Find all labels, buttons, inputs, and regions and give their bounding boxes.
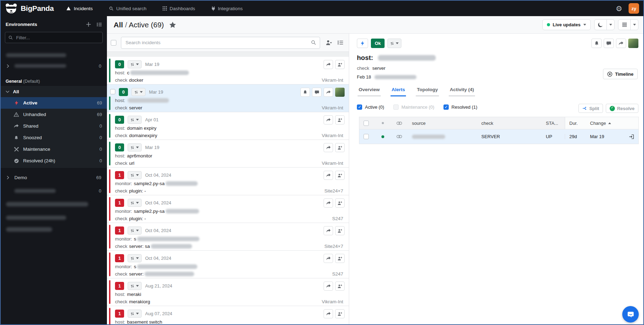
col-check[interactable]: check: [477, 121, 544, 126]
share-button[interactable]: [324, 198, 333, 208]
add-environment-icon[interactable]: [86, 22, 91, 27]
checkbox-checked-icon[interactable]: [357, 104, 362, 110]
star-icon[interactable]: [169, 22, 176, 28]
list-view-icon[interactable]: [338, 40, 344, 45]
alert-row[interactable]: SERVER UP 29d Mar 19: [359, 129, 638, 144]
checkbox-checked-icon[interactable]: [443, 104, 449, 110]
col-source[interactable]: source: [408, 121, 477, 126]
snooze-button[interactable]: [300, 88, 310, 97]
assign-user-button[interactable]: [335, 309, 345, 318]
assignee-filter-icon[interactable]: [326, 40, 332, 46]
share-button[interactable]: [324, 254, 333, 263]
sidebar-item-snoozed[interactable]: Snoozed 0: [1, 132, 107, 143]
incident-card[interactable]: 1 Aug 21, 2024 host:meraki checkmerakior…: [107, 278, 349, 306]
sidebar-item-maintenance[interactable]: Maintenance 0: [1, 143, 107, 155]
incident-card[interactable]: 0 Apr 01 host:domain expiry checkdomaine…: [107, 112, 349, 140]
dark-mode-button[interactable]: [594, 19, 615, 30]
share-button[interactable]: [324, 171, 333, 180]
priority-sort-button[interactable]: [128, 254, 142, 262]
snooze-button[interactable]: [591, 39, 602, 48]
assign-user-button[interactable]: [335, 115, 345, 124]
priority-sort-button[interactable]: [128, 226, 142, 235]
tab-topology[interactable]: Topology: [416, 87, 439, 96]
select-all-checkbox[interactable]: [111, 40, 116, 46]
priority-sort-button[interactable]: [128, 199, 142, 207]
share-button[interactable]: [324, 143, 333, 152]
assignee-avatar[interactable]: [628, 39, 638, 48]
nav-unified-search[interactable]: Unified search: [109, 6, 147, 11]
comment-button[interactable]: [604, 39, 614, 48]
col-duration[interactable]: Dur.: [565, 117, 586, 129]
assign-user-button[interactable]: [335, 254, 345, 263]
col-change[interactable]: Change: [586, 117, 638, 129]
live-updates-button[interactable]: Live updates: [542, 19, 591, 30]
trigger-button[interactable]: [357, 39, 368, 48]
priority-sort-button[interactable]: [128, 60, 142, 68]
incident-card[interactable]: 0 Mar 19 host:apr6monitor checkurl Vikra…: [107, 140, 349, 168]
incident-search-input[interactable]: [125, 40, 308, 46]
assignee-avatar[interactable]: [335, 88, 345, 97]
chat-widget-button[interactable]: [622, 306, 639, 323]
sidebar-item-active[interactable]: Active 69: [1, 97, 107, 109]
incident-checkbox[interactable]: [110, 89, 115, 94]
share-button[interactable]: [324, 282, 333, 291]
environment-list-icon[interactable]: [97, 22, 102, 27]
priority-sort-button[interactable]: [128, 282, 142, 290]
caret-down-icon[interactable]: [606, 20, 614, 30]
assign-user-button[interactable]: [335, 143, 345, 152]
priority-sort-button[interactable]: [128, 310, 142, 318]
filter-resolved[interactable]: Resolved (1): [443, 104, 477, 110]
sidebar-item-resolved[interactable]: Resolved (24h) 0: [1, 155, 107, 167]
incident-card[interactable]: 0 Mar 19 host:c checkdocker Vikram-Int: [107, 57, 349, 84]
incident-card[interactable]: 1 Oct 04, 2024 monitor:sample2.py-sa che…: [107, 168, 349, 195]
split-button[interactable]: Split: [578, 104, 603, 113]
open-alert-icon[interactable]: [629, 134, 634, 139]
bigpanda-logo[interactable]: BigPanda: [1, 3, 54, 14]
search-icon[interactable]: [311, 40, 316, 45]
timeline-button[interactable]: Timeline: [603, 69, 638, 79]
incident-card[interactable]: 1 Oct 04, 2024 monitor:sample2.py-sa che…: [107, 195, 349, 223]
sidebar-group-demo[interactable]: Demo 69: [1, 171, 107, 183]
link-icon[interactable]: [391, 135, 408, 138]
nav-incidents[interactable]: Incidents: [66, 6, 93, 11]
assign-user-button[interactable]: [335, 282, 345, 291]
nav-integrations[interactable]: Integrations: [211, 6, 243, 11]
incident-card[interactable]: 1 Aug 07, 2024 host:basement switch: [107, 306, 349, 324]
assign-user-button[interactable]: [335, 198, 345, 208]
share-button[interactable]: [324, 115, 333, 124]
incident-card[interactable]: 1 Oct 04, 2024 monitor:s checkserver: S2…: [107, 251, 349, 278]
share-button[interactable]: [324, 309, 333, 318]
filter-active[interactable]: Active (0): [357, 104, 384, 110]
layout-options-button[interactable]: [618, 19, 638, 30]
tab-overview[interactable]: Overview: [358, 87, 381, 96]
incident-card-selected[interactable]: 0 Mar 19 host: checkserver Vikram-Int: [107, 84, 349, 112]
priority-sort-button[interactable]: [128, 171, 142, 179]
breadcrumb-root[interactable]: All: [114, 21, 123, 29]
assign-user-button[interactable]: [335, 60, 345, 69]
priority-sort-button[interactable]: [128, 143, 142, 151]
priority-sort-button[interactable]: [128, 116, 142, 124]
priority-sort-button[interactable]: [131, 88, 145, 96]
priority-sort-button[interactable]: [387, 39, 401, 48]
nav-dashboards[interactable]: Dashboards: [163, 6, 195, 11]
sidebar-group-redacted[interactable]: 0: [1, 61, 107, 71]
assign-user-button[interactable]: [335, 226, 345, 235]
share-button[interactable]: [324, 60, 333, 69]
filter-maintenance[interactable]: Maintenance (0): [393, 104, 434, 110]
share-button[interactable]: [324, 88, 333, 97]
user-avatar[interactable]: zy: [629, 3, 639, 14]
ok-status-button[interactable]: Ok: [371, 39, 385, 48]
gear-icon[interactable]: ⚙: [616, 5, 622, 12]
incident-card[interactable]: 1 Oct 04, 2024 monitor:s checkserver: sa…: [107, 223, 349, 251]
environment-filter-input[interactable]: [15, 35, 99, 41]
assign-user-button[interactable]: [335, 171, 345, 180]
sidebar-item-shared[interactable]: Shared 0: [1, 120, 107, 132]
checkbox-unchecked-icon[interactable]: [393, 104, 399, 110]
tab-activity[interactable]: Activity (4): [449, 87, 475, 96]
tab-alerts[interactable]: Alerts: [391, 87, 406, 96]
caret-down-icon[interactable]: [630, 20, 638, 30]
sidebar-group-all[interactable]: All: [1, 86, 107, 97]
select-all-checkbox[interactable]: [364, 121, 369, 126]
share-button[interactable]: [324, 226, 333, 235]
row-checkbox[interactable]: [364, 134, 369, 139]
